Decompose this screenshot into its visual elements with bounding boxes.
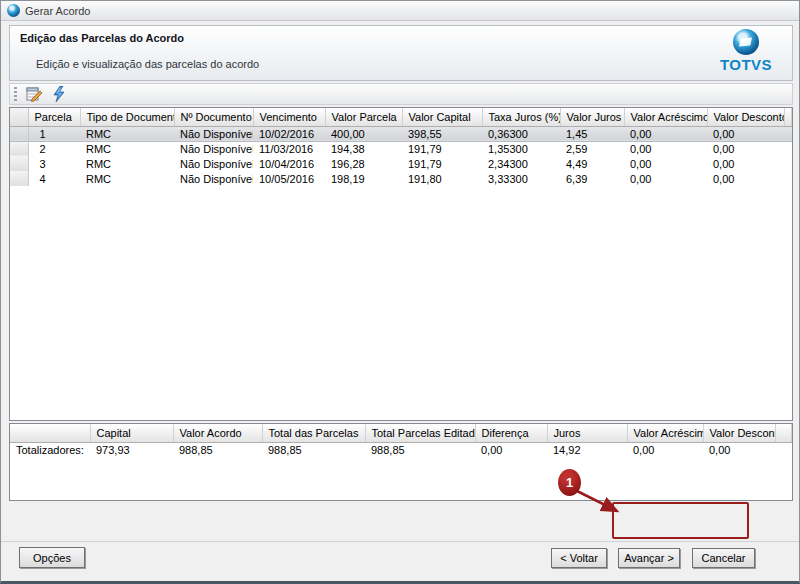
- column-header: Valor Acréscimo: [624, 108, 707, 126]
- totals-cell: 973,93: [90, 442, 173, 457]
- parcela-cell: 6,39: [560, 171, 624, 186]
- title-bar: Gerar Acordo: [1, 1, 799, 21]
- voltar-button[interactable]: < Voltar: [551, 548, 607, 568]
- parcela-row[interactable]: 1RMCNão Disponível10/02/2016400,00398,55…: [10, 126, 792, 141]
- totals-cell: 0,00: [627, 442, 703, 457]
- parcela-cell: 2: [28, 141, 80, 156]
- toolbar: [9, 83, 793, 105]
- parcela-cell: RMC: [80, 156, 174, 171]
- totals-column-header: Valor Acréscimo: [627, 424, 703, 442]
- parcela-cell: 4,49: [560, 156, 624, 171]
- parcela-cell: 0,00: [707, 171, 784, 186]
- column-header: Nº Documento: [174, 108, 253, 126]
- parcela-cell: 400,00: [325, 126, 402, 141]
- cancelar-button[interactable]: Cancelar: [692, 548, 755, 568]
- gerar-acordo-window: Gerar Acordo Edição das Parcelas do Acor…: [0, 0, 800, 584]
- parcela-cell: 10/02/2016: [253, 126, 325, 141]
- column-header: Tipo de Documento: [80, 108, 174, 126]
- totvs-logo: TOTVS: [714, 29, 778, 75]
- toolbar-grip[interactable]: [14, 87, 17, 101]
- parcela-cell: Não Disponível: [174, 171, 253, 186]
- parcela-cell: 0,00: [624, 171, 707, 186]
- totals-row: Totalizadores:973,93988,85988,85988,850,…: [10, 442, 792, 457]
- totals-table: CapitalValor AcordoTotal das ParcelasTot…: [10, 424, 792, 457]
- filler-cell: [784, 171, 792, 186]
- avancar-button[interactable]: Avançar >: [618, 548, 680, 568]
- parcela-cell: RMC: [80, 126, 174, 141]
- column-header: Parcela: [28, 108, 80, 126]
- totals-column-header: Juros: [547, 424, 627, 442]
- parcela-cell: 198,19: [325, 171, 402, 186]
- action-strip: Imprimir Negociação: [1, 501, 800, 541]
- totals-column-header: Total das Parcelas: [262, 424, 365, 442]
- column-header: Vencimento: [253, 108, 325, 126]
- totals-cell: 988,85: [365, 442, 475, 457]
- totals-column-header: Valor Acordo: [173, 424, 262, 442]
- parcela-row[interactable]: 2RMCNão Disponível11/03/2016194,38191,79…: [10, 141, 792, 156]
- parcela-cell: 10/04/2016: [253, 156, 325, 171]
- totals-cell: 988,85: [173, 442, 262, 457]
- parcela-cell: 2,59: [560, 141, 624, 156]
- parcela-cell: 3: [28, 156, 80, 171]
- column-header: Valor Parcela: [325, 108, 402, 126]
- totals-cell: 0,00: [475, 442, 547, 457]
- column-header: Taxa Juros (%): [482, 108, 560, 126]
- column-header: Valor Desconto: [707, 108, 784, 126]
- lightning-icon[interactable]: [50, 86, 67, 103]
- parcela-row[interactable]: 4RMCNão Disponível10/05/2016198,19191,80…: [10, 171, 792, 186]
- parcela-cell: 10/05/2016: [253, 171, 325, 186]
- parcelas-header-row: ParcelaTipo de DocumentoNº DocumentoVenc…: [10, 108, 792, 126]
- totals-column-header: [10, 424, 90, 442]
- totals-column-header-filler: [775, 424, 792, 442]
- parcela-cell: 4: [28, 171, 80, 186]
- totvs-sphere-app-icon: [7, 4, 20, 17]
- column-header: Valor Juros: [560, 108, 624, 126]
- filler-cell: [784, 156, 792, 171]
- parcela-cell: Não Disponível: [174, 141, 253, 156]
- opcoes-button[interactable]: Opções: [19, 547, 85, 568]
- parcela-cell: 0,00: [707, 126, 784, 141]
- filler-cell: [784, 141, 792, 156]
- parcela-cell: 0,00: [624, 126, 707, 141]
- totals-column-header: Capital: [90, 424, 173, 442]
- parcela-cell: 0,00: [707, 156, 784, 171]
- annotation-step-badge: 1: [558, 469, 581, 496]
- page-title: Edição das Parcelas do Acordo: [20, 32, 184, 44]
- totals-header-row: CapitalValor AcordoTotal das ParcelasTot…: [10, 424, 792, 442]
- window-title: Gerar Acordo: [25, 5, 90, 17]
- page-subtitle: Edição e visualização das parcelas do ac…: [36, 58, 259, 70]
- filler-cell: [775, 442, 792, 457]
- column-header: Valor Capital: [402, 108, 482, 126]
- row-indicator: [10, 141, 28, 156]
- parcela-cell: 1,35300: [482, 141, 560, 156]
- parcela-row[interactable]: 3RMCNão Disponível10/04/2016196,28191,79…: [10, 156, 792, 171]
- totals-column-header: Valor Desconto: [703, 424, 775, 442]
- totals-cell: 0,00: [703, 442, 775, 457]
- filler-cell: [784, 126, 792, 141]
- column-header-filler: [784, 108, 792, 126]
- parcela-cell: 194,38: [325, 141, 402, 156]
- totals-column-header: Total Parcelas Editadas: [365, 424, 475, 442]
- totvs-wordmark: TOTVS: [714, 55, 778, 75]
- parcela-cell: 2,34300: [482, 156, 560, 171]
- totals-cell: 14,92: [547, 442, 627, 457]
- row-indicator: [10, 126, 28, 141]
- parcela-cell: 196,28: [325, 156, 402, 171]
- parcela-cell: Não Disponível: [174, 156, 253, 171]
- parcela-cell: 191,80: [402, 171, 482, 186]
- parcela-cell: 0,00: [624, 156, 707, 171]
- parcela-cell: 1,45: [560, 126, 624, 141]
- totals-column-header: Diferença: [475, 424, 547, 442]
- parcela-cell: RMC: [80, 141, 174, 156]
- totals-cell: 988,85: [262, 442, 365, 457]
- parcela-cell: 11/03/2016: [253, 141, 325, 156]
- parcela-cell: 398,55: [402, 126, 482, 141]
- parcela-cell: Não Disponível: [174, 126, 253, 141]
- parcela-cell: 1: [28, 126, 80, 141]
- parcelas-grid: ParcelaTipo de DocumentoNº DocumentoVenc…: [9, 107, 793, 421]
- parcela-cell: 0,00: [707, 141, 784, 156]
- parcela-cell: 3,33300: [482, 171, 560, 186]
- parcela-cell: 191,79: [402, 141, 482, 156]
- column-header-indicator: [10, 108, 28, 126]
- edit-grid-icon[interactable]: [25, 86, 42, 103]
